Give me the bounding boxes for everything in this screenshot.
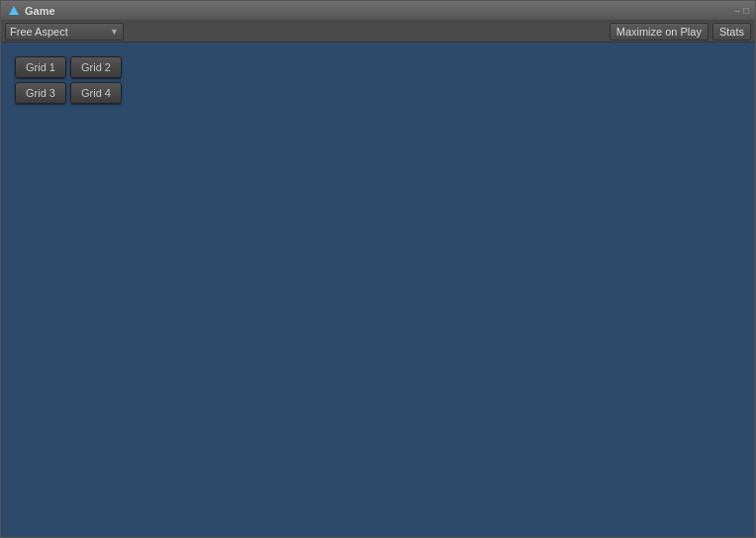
- grid3-button[interactable]: Grid 3: [15, 82, 66, 104]
- toolbar: Free Aspect ▼ Maximize on Play Stats: [1, 21, 755, 43]
- grid1-button[interactable]: Grid 1: [15, 56, 66, 78]
- svg-marker-0: [9, 6, 19, 15]
- game-viewport: Grid 1 Grid 2 Grid 3 Grid 4: [1, 43, 755, 537]
- unity-game-window: Game – □ Free Aspect ▼ Maximize on Play …: [0, 0, 756, 538]
- grid2-button[interactable]: Grid 2: [70, 56, 122, 78]
- stats-button[interactable]: Stats: [712, 23, 751, 41]
- window-title: Game: [25, 5, 55, 17]
- aspect-label: Free Aspect: [10, 26, 68, 38]
- grid4-button[interactable]: Grid 4: [70, 82, 122, 104]
- maximize-on-play-button[interactable]: Maximize on Play: [610, 23, 709, 41]
- chevron-down-icon: ▼: [110, 27, 119, 37]
- grid-buttons-container: Grid 1 Grid 2 Grid 3 Grid 4: [15, 56, 122, 104]
- window-icon: [7, 4, 21, 18]
- aspect-dropdown[interactable]: Free Aspect ▼: [5, 23, 124, 41]
- window-control-icons[interactable]: – □: [735, 5, 749, 16]
- title-bar: Game – □: [1, 1, 755, 21]
- window-controls: – □: [735, 5, 749, 16]
